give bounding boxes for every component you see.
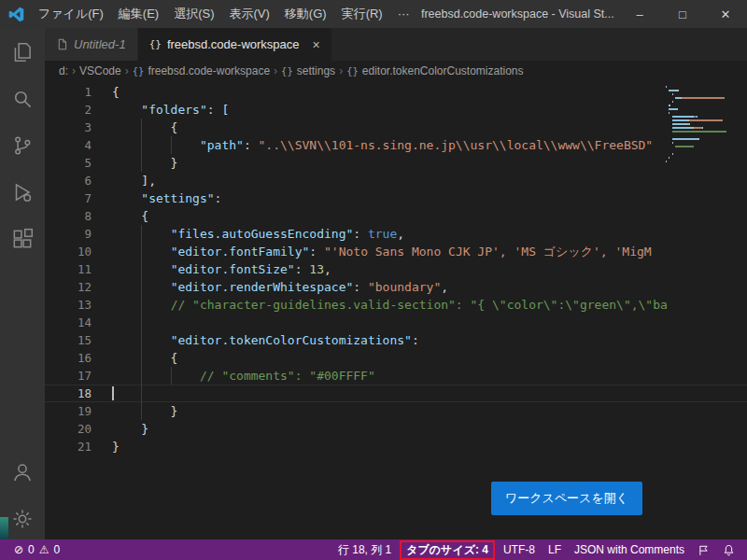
breadcrumb-label: d: <box>59 64 68 77</box>
activity-bar-top <box>0 39 45 252</box>
breadcrumb-separator: › <box>125 64 129 77</box>
code-area[interactable]: 1{2 "folders": [3 {4 "path": "..\\SVN\\1… <box>45 81 747 455</box>
language-mode-indicator[interactable]: JSON with Comments <box>568 539 691 560</box>
vscode-logo-icon <box>8 6 25 22</box>
menu-item-3[interactable]: 選択(S) <box>166 0 221 28</box>
breadcrumb-separator: › <box>339 64 343 77</box>
code-line-4[interactable]: 4 "path": "..\\SVN\\101-ns.sing.ne.jp\\u… <box>45 136 747 154</box>
problems-indicator[interactable]: ⊘ 0 ⚠ 0 <box>7 539 66 560</box>
tab-label: freebsd.code-workspace <box>167 37 300 51</box>
breadcrumb-item-2[interactable]: VSCode <box>79 64 121 77</box>
line-number: 9 <box>45 225 92 243</box>
account-icon[interactable] <box>0 459 45 485</box>
code-line-6[interactable]: 6 ], <box>45 172 747 189</box>
code-text: } <box>112 420 148 438</box>
code-text: { <box>112 83 120 101</box>
error-icon: ⊘ <box>14 543 23 556</box>
search-icon[interactable] <box>0 86 45 112</box>
code-line-7[interactable]: 7 "settings": <box>45 189 747 207</box>
source-control-icon[interactable] <box>0 133 45 159</box>
cursor-position-indicator[interactable]: 行 18, 列 1 <box>331 539 398 560</box>
line-number: 4 <box>45 136 92 154</box>
indent-guide <box>141 349 142 367</box>
menu-item-6[interactable]: 実行(R) <box>334 0 390 28</box>
line-number: 12 <box>45 278 92 296</box>
indent-guide <box>141 154 142 172</box>
indent-guide <box>141 119 142 136</box>
code-text: "path": "..\\SVN\\101-ns.sing.ne.jp\\usr… <box>112 136 653 154</box>
tab-freebsd.code-workspace[interactable]: {}freebsd.code-workspace× <box>138 28 332 61</box>
code-text: "editor.renderWhitespace": "boundary", <box>112 278 448 296</box>
json-braces-icon: {} <box>149 38 162 50</box>
close-button[interactable]: ✕ <box>704 0 747 28</box>
code-line-10[interactable]: 10 "editor.fontFamily": "'Noto Sans Mono… <box>45 243 747 260</box>
code-text: } <box>112 154 177 172</box>
code-text: // "character-guidelines.valid-section":… <box>112 296 668 314</box>
feedback-icon[interactable] <box>691 539 716 560</box>
eol-indicator[interactable]: LF <box>542 539 568 560</box>
breadcrumb-item-5[interactable]: {}editor.tokenColorCustomizations <box>346 64 523 77</box>
line-number: 21 <box>45 438 92 455</box>
run-and-debug-icon[interactable] <box>0 179 45 205</box>
indent-guide <box>141 260 142 278</box>
vscode-window: ファイル(F)編集(E)選択(S)表示(V)移動(G)実行(R)··· free… <box>0 0 747 560</box>
code-line-8[interactable]: 8 { <box>45 207 747 225</box>
status-bar: ⊘ 0 ⚠ 0 行 18, 列 1 タブのサイズ: 4 UTF-8 LF JSO… <box>0 539 747 560</box>
line-number: 15 <box>45 331 92 349</box>
tab-size-indicator[interactable]: タブのサイズ: 4 <box>402 539 493 560</box>
menu-item-4[interactable]: 表示(V) <box>222 0 277 28</box>
code-line-17[interactable]: 17 // "comments": "#00FFFF" <box>45 367 747 385</box>
breadcrumb-item-1[interactable]: d: <box>59 64 68 77</box>
code-line-18[interactable]: 18 <box>45 385 747 402</box>
code-line-15[interactable]: 15 "editor.tokenColorCustomizations": <box>45 331 747 349</box>
menu-item-5[interactable]: 移動(G) <box>277 0 334 28</box>
code-line-16[interactable]: 16 { <box>45 349 747 367</box>
code-line-3[interactable]: 3 { <box>45 119 747 136</box>
code-line-20[interactable]: 20 } <box>45 420 747 438</box>
error-count: 0 <box>28 543 35 556</box>
code-line-5[interactable]: 5 } <box>45 154 747 172</box>
breadcrumb-item-4[interactable]: {}settings <box>281 64 335 77</box>
window-title: freebsd.code-workspace - Visual St... <box>417 7 618 21</box>
encoding-indicator[interactable]: UTF-8 <box>497 539 542 560</box>
code-line-19[interactable]: 19 } <box>45 402 747 420</box>
tab-untitled-1[interactable]: Untitled-1 <box>45 28 138 61</box>
line-number: 18 <box>45 385 92 402</box>
menu-item-1[interactable]: ファイル(F) <box>31 0 111 28</box>
code-line-2[interactable]: 2 "folders": [ <box>45 101 747 119</box>
menu-bar: ファイル(F)編集(E)選択(S)表示(V)移動(G)実行(R)··· <box>31 0 417 28</box>
code-text: "editor.fontFamily": "'Noto Sans Mono CJ… <box>112 243 652 260</box>
breadcrumb-item-3[interactable]: {}freebsd.code-workspace <box>133 64 270 77</box>
notifications-bell-icon[interactable] <box>716 539 741 560</box>
code-line-12[interactable]: 12 "editor.renderWhitespace": "boundary"… <box>45 278 747 296</box>
minimize-button[interactable]: – <box>618 0 661 28</box>
menu-item-2[interactable]: 編集(E) <box>111 0 166 28</box>
code-line-9[interactable]: 9 "files.autoGuessEncoding": true, <box>45 225 747 243</box>
main-area: Untitled-1{}freebsd.code-workspace× d:›V… <box>0 28 747 539</box>
line-number: 2 <box>45 101 92 119</box>
code-line-14[interactable]: 14 <box>45 314 747 331</box>
annotation-red-box: タブのサイズ: 4 <box>400 540 495 560</box>
status-bar-left: ⊘ 0 ⚠ 0 <box>7 539 66 560</box>
maximize-button[interactable]: □ <box>661 0 704 28</box>
open-workspace-button[interactable]: ワークスペースを開く <box>491 482 642 515</box>
line-number: 14 <box>45 314 92 331</box>
code-line-11[interactable]: 11 "editor.fontSize": 13, <box>45 260 747 278</box>
code-text: } <box>112 438 120 455</box>
code-text: // "comments": "#00FFFF" <box>112 367 375 385</box>
menu-item-7[interactable]: ··· <box>390 0 417 28</box>
code-line-13[interactable]: 13 // "character-guidelines.valid-sectio… <box>45 296 747 314</box>
code-line-21[interactable]: 21} <box>45 438 747 455</box>
line-number: 1 <box>45 83 92 101</box>
editor[interactable]: 1{2 "folders": [3 {4 "path": "..\\SVN\\1… <box>45 81 747 539</box>
symbol-object-icon: {} <box>133 65 145 77</box>
indent-guide <box>141 331 142 349</box>
tab-label: Untitled-1 <box>74 37 126 51</box>
line-number: 7 <box>45 189 92 207</box>
code-line-1[interactable]: 1{ <box>45 83 747 101</box>
minimap[interactable] <box>663 81 740 240</box>
tab-close-icon[interactable]: × <box>313 37 320 52</box>
explorer-icon[interactable] <box>0 39 45 65</box>
extensions-icon[interactable] <box>0 226 45 252</box>
indent-guide <box>141 314 142 331</box>
